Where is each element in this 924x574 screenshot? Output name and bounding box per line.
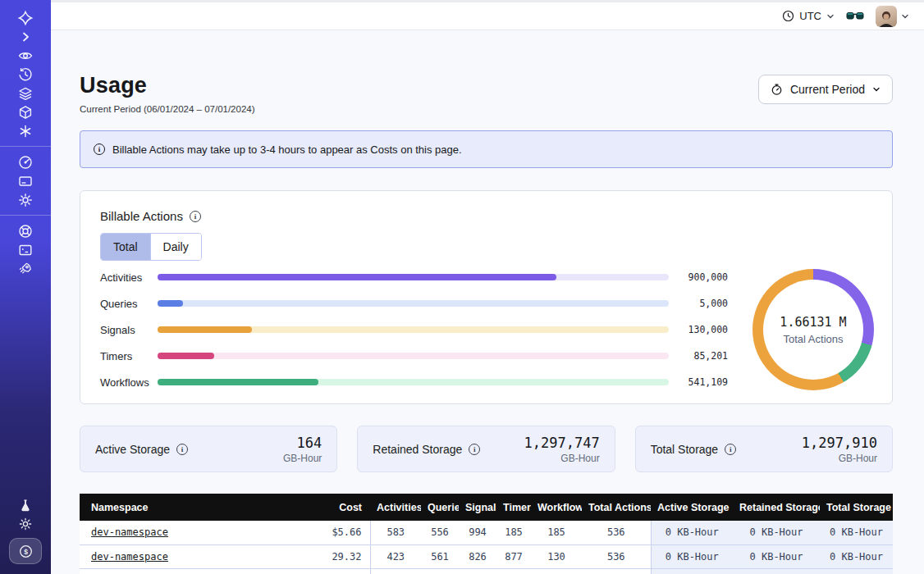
- gauge-icon[interactable]: [9, 153, 42, 171]
- bar-value: 130,000: [680, 324, 728, 335]
- bar-queries: Queries 5,000: [100, 298, 728, 310]
- layers-icon[interactable]: [9, 84, 42, 102]
- active-storage-card: Active Storage i 164 GB-Hour: [80, 426, 337, 472]
- dollar-coin-icon[interactable]: $: [9, 538, 42, 564]
- col-signals: Signals: [459, 494, 496, 521]
- col-active-storage: Active Storage: [651, 494, 733, 521]
- col-total-storage: Total Storage: [820, 494, 893, 521]
- card-panel-icon[interactable]: [9, 171, 42, 190]
- col-queries: Queries: [421, 494, 459, 521]
- col-activities: Activities: [370, 494, 421, 521]
- sidebar: $: [0, 0, 51, 574]
- storage-card-unit: GB-Hour: [802, 453, 877, 464]
- info-icon[interactable]: i: [725, 444, 736, 455]
- chevron-right-icon[interactable]: [9, 27, 42, 46]
- info-icon[interactable]: i: [176, 444, 188, 455]
- billable-actions-card: Billable Actions i Total Daily Activitie…: [80, 190, 893, 404]
- col-cost: Cost: [278, 494, 370, 521]
- bar-activities: Activities 900,000: [100, 271, 728, 284]
- flask-icon[interactable]: [9, 495, 42, 514]
- billable-actions-chart: Activities 900,000 Queries 5,000 Signals…: [100, 267, 874, 392]
- bar-value: 5,000: [680, 298, 728, 309]
- storage-card-unit: GB-Hour: [524, 453, 600, 464]
- feedback-glasses-icon[interactable]: [846, 11, 864, 21]
- bar-value: 541,109: [680, 376, 728, 388]
- page-title: Usage: [80, 73, 255, 98]
- bar-label: Signals: [100, 324, 154, 336]
- total-actions-donut: 1.66131 M Total Actions: [752, 269, 874, 390]
- namespace-link[interactable]: dev-namespace: [91, 551, 168, 563]
- col-workflows: Workflows: [531, 494, 582, 521]
- bar-label: Queries: [100, 298, 154, 310]
- stopwatch-icon: [771, 83, 783, 96]
- chevron-down-icon: [872, 85, 881, 93]
- retained-storage-card: Retained Storage i 1,297,747 GB-Hour: [357, 426, 615, 472]
- sidebar-divider: [0, 146, 51, 147]
- billable-actions-title: Billable Actions: [100, 209, 183, 223]
- storage-card-label: Retained Storage: [373, 443, 462, 456]
- info-icon[interactable]: i: [469, 444, 480, 455]
- info-icon: i: [94, 144, 105, 155]
- storage-card-unit: GB-Hour: [283, 453, 322, 464]
- storage-card-value: 1,297,747: [524, 435, 600, 451]
- rocket-icon[interactable]: [9, 259, 42, 278]
- table-header-row: Namespace Cost Activities Queries Signal…: [80, 494, 893, 521]
- storage-summary-row: Active Storage i 164 GB-Hour Retained St…: [80, 426, 893, 472]
- table-row: dev-namespace $3.35 492 536 883 816 600 …: [80, 568, 893, 574]
- col-total-actions: Total Actions: [582, 494, 651, 521]
- col-namespace: Namespace: [80, 494, 278, 521]
- timezone-selector[interactable]: UTC: [782, 10, 835, 22]
- sidebar-divider: [0, 215, 51, 216]
- total-storage-card: Total Storage i 1,297,910 GB-Hour: [635, 426, 893, 472]
- table-row: dev-namespace $5.66 583 556 994 185 185 …: [80, 521, 893, 544]
- storage-card-value: 164: [283, 435, 322, 451]
- history-clock-icon[interactable]: [9, 65, 42, 84]
- period-subtitle: Current Period (06/01/2024 – 07/01/2024): [80, 104, 255, 114]
- col-retained-storage: Retained Storage: [733, 494, 820, 521]
- avatar: [876, 6, 897, 27]
- billable-actions-info-banner: i Billable Actions may take up to 3-4 ho…: [80, 130, 893, 168]
- namespace-link[interactable]: dev-namespace: [91, 526, 168, 538]
- chevron-down-icon: [826, 12, 835, 20]
- cube-icon[interactable]: [9, 102, 42, 121]
- clock-icon: [782, 10, 794, 22]
- bar-workflows: Workflows 541,109: [100, 376, 728, 389]
- period-dropdown-label: Current Period: [790, 83, 865, 96]
- svg-text:$: $: [24, 547, 28, 555]
- info-icon[interactable]: i: [190, 211, 201, 222]
- sun-icon[interactable]: [9, 514, 42, 533]
- bar-value: 85,201: [680, 350, 728, 362]
- storage-card-label: Total Storage: [651, 443, 719, 456]
- period-dropdown-button[interactable]: Current Period: [758, 75, 893, 104]
- table-row: dev-namespace 29.32 423 561 826 877 130 …: [80, 544, 893, 568]
- storage-card-label: Active Storage: [95, 443, 170, 456]
- bar-label: Activities: [100, 271, 154, 284]
- bar-label: Timers: [100, 350, 154, 362]
- col-timers: Timers: [496, 494, 531, 521]
- asterisk-icon[interactable]: [9, 121, 42, 140]
- donut-center-label: Total Actions: [784, 333, 844, 345]
- storage-card-value: 1,297,910: [802, 435, 877, 451]
- banner-text: Billable Actions may take up to 3-4 hour…: [112, 144, 462, 156]
- main-content: Usage Current Period (06/01/2024 – 07/01…: [51, 30, 924, 574]
- tab-daily[interactable]: Daily: [150, 234, 201, 260]
- namespace-usage-table: Namespace Cost Activities Queries Signal…: [80, 494, 893, 574]
- user-menu[interactable]: [876, 6, 909, 27]
- topbar: UTC: [51, 0, 924, 30]
- eye-icon[interactable]: [9, 46, 42, 65]
- bar-signals: Signals 130,000: [100, 324, 728, 336]
- bar-label: Workflows: [100, 376, 154, 389]
- terminal-icon[interactable]: [9, 240, 42, 259]
- gear-icon[interactable]: [9, 190, 42, 209]
- total-daily-toggle: Total Daily: [100, 233, 202, 261]
- donut-center-value: 1.66131 M: [780, 315, 846, 330]
- bar-timers: Timers 85,201: [100, 350, 728, 362]
- temporal-logo-icon[interactable]: [9, 8, 42, 27]
- timezone-label: UTC: [799, 10, 821, 22]
- tab-total[interactable]: Total: [101, 234, 150, 260]
- lifebuoy-icon[interactable]: [9, 221, 42, 240]
- bar-value: 900,000: [680, 271, 728, 283]
- chevron-down-icon: [901, 12, 909, 20]
